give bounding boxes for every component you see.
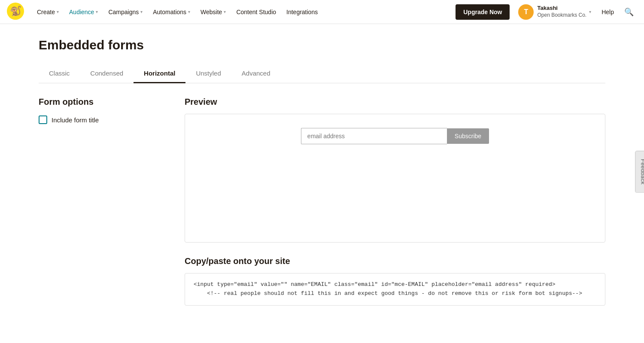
logo[interactable]: 🐒 [7,3,27,21]
tab-classic[interactable]: Classic [39,64,80,83]
page-content: Embedded forms Classic Condensed Horizon… [21,24,623,319]
form-options-panel: Form options Include form title [39,97,167,124]
preview-title: Preview [185,97,605,107]
upgrade-now-button[interactable]: Upgrade Now [456,4,510,20]
copy-paste-section: Copy/paste onto your site <input type="e… [185,256,605,306]
search-icon[interactable]: 🔍 [621,4,637,20]
tabs: Classic Condensed Horizontal Unstyled Ad… [39,64,605,83]
preview-email-input[interactable] [301,128,447,144]
copy-paste-title: Copy/paste onto your site [185,256,605,266]
avatar: T [518,4,534,20]
user-menu[interactable]: T Takashi Open Bookmarks Co. ▾ [515,3,595,21]
include-form-title-row: Include form title [39,115,167,124]
help-link[interactable]: Help [596,5,619,19]
main-layout: Form options Include form title Preview … [39,97,605,306]
chevron-down-icon: ▾ [57,9,59,14]
chevron-down-icon: ▾ [140,9,143,14]
nav-item-website[interactable]: Website ▾ [196,5,230,19]
tab-unstyled[interactable]: Unstyled [185,64,231,83]
nav-item-campaigns[interactable]: Campaigns ▾ [104,5,147,19]
nav-item-integrations[interactable]: Integrations [282,5,322,19]
tab-advanced[interactable]: Advanced [231,64,281,83]
chevron-down-icon: ▾ [96,9,98,14]
form-options-title: Form options [39,97,167,107]
chevron-down-icon: ▾ [224,9,226,14]
nav-item-automations[interactable]: Automations ▾ [149,5,194,19]
feedback-tab[interactable]: Feedback [635,151,644,193]
nav-item-audience[interactable]: Audience ▾ [65,5,102,19]
page-title: Embedded forms [39,38,605,52]
chevron-down-icon: ▾ [589,9,591,14]
user-org: Open Bookmarks Co. [537,12,586,19]
preview-box: Subscribe [185,114,605,243]
preview-section: Preview Subscribe Copy/paste onto your s… [185,97,605,306]
include-form-title-label: Include form title [52,116,99,124]
preview-form: Subscribe [301,128,489,144]
code-snippet[interactable]: <input type="email" value="" name="EMAIL… [185,273,605,306]
user-name: Takashi [537,5,586,12]
chevron-down-icon: ▾ [188,9,190,14]
include-form-title-checkbox[interactable] [39,115,47,124]
tab-condensed[interactable]: Condensed [80,64,134,83]
nav-item-create[interactable]: Create ▾ [33,5,63,19]
nav-item-content-studio[interactable]: Content Studio [232,5,280,19]
top-nav: 🐒 Create ▾ Audience ▾ Campaigns ▾ Automa… [0,0,644,24]
tab-horizontal[interactable]: Horizontal [134,64,185,83]
svg-text:🐒: 🐒 [10,5,22,17]
preview-subscribe-button[interactable]: Subscribe [447,128,489,144]
